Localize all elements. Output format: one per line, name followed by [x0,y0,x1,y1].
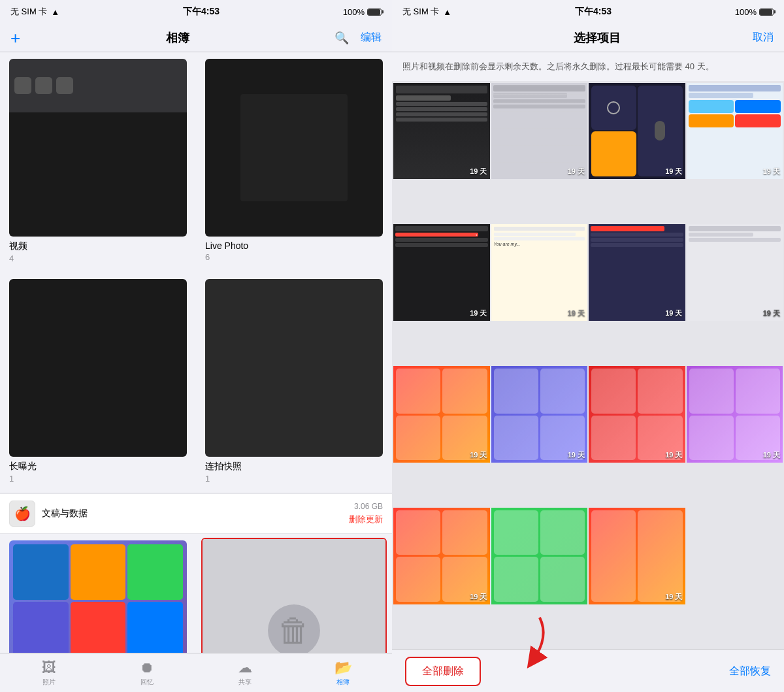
photo-grid: 19 天 19 天 [392,82,784,650]
days-badge-5: 19 天 [470,308,487,318]
days-badge-11: 19 天 [665,450,682,460]
photo-cell-13[interactable]: 19 天 [393,508,490,604]
days-badge-10: 19 天 [568,450,585,460]
album-cell-live[interactable]: Live Photo 6 [196,52,392,272]
photo-cell-7[interactable]: 19 天 [589,224,685,321]
photo-cell-1[interactable]: 19 天 [393,83,490,180]
album-name-burst: 连拍快照 [205,461,383,472]
file-cell-doc[interactable]: 🍎 文稿与数据 3.06 GB 删除更新 [0,493,392,533]
albums-icon: 📂 [335,659,352,676]
search-button[interactable]: 🔍 [335,31,349,45]
status-right-left: 无 SIM 卡 ▲ [402,6,451,18]
tab-shared[interactable]: ☁ 共享 [196,659,294,687]
album-thumb-screenshot [9,540,187,653]
battery-icon-right [759,8,774,16]
photo-cell-4[interactable]: 19 天 [687,83,783,180]
days-badge-4: 19 天 [763,167,780,176]
thumb-screenshot [9,540,187,653]
bottom-bar-right: 全部删除 全部恢复 [392,650,784,692]
photo-thumb-4: 19 天 [687,83,783,180]
delete-all-button[interactable]: 全部删除 [405,657,481,686]
file-info-group: 🍎 文稿与数据 [9,501,88,527]
album-cell-long[interactable]: 长曝光 1 [0,272,196,493]
photo-cell-6[interactable]: You are my... 19 天 [491,224,588,321]
battery-icon-left [367,8,382,16]
photo-cell-12[interactable]: 19 天 [687,366,783,463]
album-thumb-deleted: 🗑 [203,539,385,653]
tab-photos-label: 照片 [42,678,56,687]
thumb-live [205,59,383,237]
album-cell-deleted-wrapper[interactable]: 🗑 最近删除 17 [196,534,392,653]
days-badge-7: 19 天 [665,308,682,318]
photo-cell-3[interactable]: 19 天 [589,83,685,180]
wifi-icon-right: ▲ [443,7,451,17]
album-thumb-long [9,279,187,457]
photo-cell-2[interactable]: 19 天 [491,83,588,180]
photo-thumb-7: 19 天 [589,224,685,321]
tab-photos[interactable]: 🖼 照片 [0,659,98,687]
photo-cell-14[interactable] [491,508,588,604]
photo-cell-9[interactable]: 19 天 [393,366,490,463]
photo-cell-10[interactable]: 19 天 [491,366,588,463]
wifi-icon-left: ▲ [51,7,59,17]
tab-memories-label: 回忆 [140,678,154,687]
restore-all-button[interactable]: 全部恢复 [729,665,771,678]
status-right-left: 100% [343,7,382,17]
photo-thumb-9: 19 天 [393,366,490,463]
thumb-burst [205,279,383,457]
edit-button[interactable]: 编辑 [361,31,382,44]
page-title-left: 相簿 [166,30,189,46]
photo-cell-15[interactable]: 19 天 [589,508,685,604]
album-count-long: 1 [9,474,187,484]
carrier-left: 无 SIM 卡 [10,6,47,18]
tab-shared-label: 共享 [238,678,252,687]
photo-cell-5[interactable]: 1 19 天 [393,224,490,321]
battery-percent-left: 100% [343,7,365,17]
days-badge-12: 19 天 [763,450,780,460]
cancel-button[interactable]: 取消 [753,31,774,44]
time-right: 下午4:53 [575,6,612,18]
album-cell-video[interactable]: 视频 4 [0,52,196,272]
status-bar-left: 无 SIM 卡 ▲ 下午4:53 100% [0,0,392,24]
days-badge-6: 19 天 [568,308,585,318]
album-grid: 视频 4 Live Photo 6 长曝光 1 [0,52,392,653]
photo-cell-11[interactable]: 19 天 [589,366,685,463]
tab-albums[interactable]: 📂 相簿 [294,659,392,687]
page-title-right: 选择项目 [442,30,753,46]
photo-thumb-14 [491,508,588,604]
battery-percent-right: 100% [735,7,757,17]
photo-thumb-11: 19 天 [589,366,685,463]
file-info: 文稿与数据 [42,508,88,519]
album-count-video: 4 [9,254,187,263]
tab-bar-left: 🖼 照片 ⏺ 回忆 ☁ 共享 📂 相簿 [0,653,392,692]
red-arrow-icon [494,611,553,670]
delete-all-wrapper: 全部删除 [405,657,481,686]
shared-icon: ☁ [238,659,252,676]
nav-bar-left: + 相簿 🔍 编辑 [0,24,392,52]
photo-thumb-13: 19 天 [393,508,490,604]
album-name-long: 长曝光 [9,461,187,472]
days-badge-1: 19 天 [470,167,487,176]
left-panel: 无 SIM 卡 ▲ 下午4:53 100% + 相簿 🔍 编辑 [0,0,392,692]
add-button[interactable]: + [10,29,20,46]
album-thumb-burst [205,279,383,457]
tab-memories[interactable]: ⏺ 回忆 [98,659,196,687]
album-thumb-live [205,59,383,237]
days-badge-9: 19 天 [470,450,487,460]
photo-thumb-12: 19 天 [687,366,783,463]
status-bar-right: 无 SIM 卡 ▲ 下午4:53 100% [392,0,784,24]
album-cell-burst[interactable]: 连拍快照 1 [196,272,392,493]
days-badge-13: 19 天 [470,592,487,602]
thumb-video [9,59,187,237]
photo-thumb-1: 19 天 [393,83,490,180]
album-count-live: 6 [205,252,383,262]
photo-cell-8[interactable]: 19 天 [687,224,783,321]
nav-bar-right: 选择项目 取消 [392,24,784,52]
album-name-live: Live Photo [205,240,383,251]
album-thumb-video [9,59,187,237]
photo-thumb-3: 19 天 [589,83,685,180]
time-left: 下午4:53 [183,6,220,18]
delete-update-button[interactable]: 删除更新 [349,514,383,525]
carrier-right: 无 SIM 卡 [402,6,439,18]
album-cell-screenshot[interactable]: 屏幕快照 58 [0,534,196,653]
